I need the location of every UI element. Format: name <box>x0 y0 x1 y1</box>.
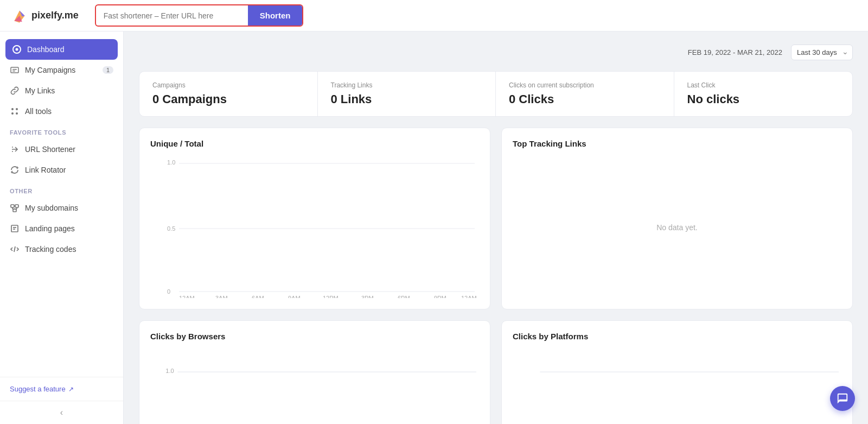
svg-rect-15 <box>15 205 18 207</box>
tracking-codes-label: Tracking codes <box>25 245 76 254</box>
charts-row-2: Clicks by Browsers 1.0 0.5 Clicks by Pla… <box>139 320 853 424</box>
main-content: FEB 19, 2022 - MAR 21, 2022 Last 30 days… <box>124 31 868 424</box>
top-tracking-links: Top Tracking Links No data yet. <box>501 128 853 309</box>
svg-rect-7 <box>12 71 15 72</box>
sidebar-item-all-tools[interactable]: All tools <box>0 101 123 122</box>
svg-text:0.5: 0.5 <box>167 225 175 232</box>
url-shortener-bar: Shorten <box>95 4 304 27</box>
sidebar-item-dashboard[interactable]: Dashboard <box>5 39 118 60</box>
svg-text:12AM: 12AM <box>179 295 195 298</box>
svg-line-23 <box>14 246 15 252</box>
date-select-wrapper: Last 30 days Last 7 days Last 90 days Cu… <box>791 45 853 60</box>
stat-clicks-value: 0 Clicks <box>509 92 661 106</box>
link-rotator-label: Link Rotator <box>25 166 66 174</box>
svg-text:12AM: 12AM <box>461 295 477 298</box>
stats-row: Campaigns 0 Campaigns Tracking Links 0 L… <box>139 71 853 117</box>
content-header: FEB 19, 2022 - MAR 21, 2022 Last 30 days… <box>139 45 853 60</box>
stat-links-value: 0 Links <box>331 92 483 106</box>
svg-point-8 <box>11 108 14 110</box>
platforms-title: Clicks by Platforms <box>513 332 841 341</box>
dashboard-icon <box>12 45 22 54</box>
svg-point-4 <box>16 48 18 51</box>
svg-text:12PM: 12PM <box>323 295 339 298</box>
sidebar-item-links[interactable]: My Links <box>0 80 123 101</box>
top-links-no-data: No data yet. <box>513 157 841 298</box>
subdomains-label: My subdomains <box>25 204 78 212</box>
stat-campaigns-label: Campaigns <box>152 81 304 89</box>
svg-text:3AM: 3AM <box>215 295 228 298</box>
landing-pages-label: Landing pages <box>25 224 75 233</box>
logo-text: pixelfy.me <box>31 10 79 21</box>
sidebar: Dashboard My Campaigns 1 My Links <box>0 31 124 424</box>
stat-last-click-value: No clicks <box>687 92 840 106</box>
landing-pages-icon <box>10 224 20 233</box>
unique-total-chart-area: 1.0 0.5 0 12AM 3AM 6AM 9AM 12PM 3PM <box>150 157 479 298</box>
stat-campaigns-value: 0 Campaigns <box>152 92 304 106</box>
sidebar-item-landing-pages[interactable]: Landing pages <box>0 218 123 239</box>
browsers-chart: Clicks by Browsers 1.0 0.5 <box>139 320 490 424</box>
unique-total-title: Unique / Total <box>150 139 479 148</box>
links-label: My Links <box>25 86 55 95</box>
sidebar-item-campaigns[interactable]: My Campaigns 1 <box>0 60 123 80</box>
top-links-title: Top Tracking Links <box>513 139 841 148</box>
campaigns-label: My Campaigns <box>25 66 75 74</box>
svg-text:3PM: 3PM <box>361 295 374 298</box>
other-section: OTHER <box>0 180 123 198</box>
svg-text:1.0: 1.0 <box>167 159 175 166</box>
all-tools-label: All tools <box>25 107 52 116</box>
subdomains-icon <box>10 203 20 213</box>
svg-point-11 <box>16 112 18 115</box>
suggest-feature-link[interactable]: Suggest a feature ↗ <box>10 385 113 393</box>
svg-point-9 <box>16 108 18 110</box>
collapse-icon: ‹ <box>60 408 63 417</box>
svg-text:0: 0 <box>167 288 170 295</box>
svg-text:9AM: 9AM <box>288 295 301 298</box>
stat-last-click: Last Click No clicks <box>674 72 853 116</box>
stat-clicks: Clicks on current subscription 0 Clicks <box>496 72 674 116</box>
svg-point-10 <box>11 112 14 115</box>
url-shortener-icon <box>10 144 20 154</box>
charts-row-1: Unique / Total 1.0 0.5 0 12AM 3AM <box>139 128 853 309</box>
favorite-tools-section: FAVORITE TOOLS <box>0 122 123 139</box>
main-layout: Dashboard My Campaigns 1 My Links <box>0 31 868 424</box>
svg-rect-14 <box>11 205 14 207</box>
chat-button[interactable] <box>830 386 855 411</box>
campaigns-badge: 1 <box>103 66 113 74</box>
url-input[interactable] <box>96 7 248 24</box>
stat-links-label: Tracking Links <box>331 81 483 89</box>
svg-rect-20 <box>11 225 18 232</box>
sidebar-item-url-shortener[interactable]: URL Shortener <box>0 139 123 160</box>
date-range-select[interactable]: Last 30 days Last 7 days Last 90 days Cu… <box>791 45 853 60</box>
platforms-chart: Clicks by Platforms <box>501 320 853 424</box>
external-link-icon: ↗ <box>68 385 74 393</box>
svg-text:1.0: 1.0 <box>165 368 174 374</box>
unique-total-chart: Unique / Total 1.0 0.5 0 12AM 3AM <box>139 128 490 309</box>
link-rotator-icon <box>10 165 20 175</box>
browsers-title: Clicks by Browsers <box>150 332 479 341</box>
svg-text:6AM: 6AM <box>252 295 264 298</box>
tracking-codes-icon <box>10 244 20 254</box>
svg-rect-5 <box>11 67 18 73</box>
shorten-button[interactable]: Shorten <box>248 5 303 26</box>
stat-campaigns: Campaigns 0 Campaigns <box>139 72 318 116</box>
svg-text:6PM: 6PM <box>398 295 410 298</box>
all-tools-icon <box>10 106 20 116</box>
links-icon <box>10 86 20 96</box>
svg-rect-6 <box>12 69 17 70</box>
suggest-feature-label: Suggest a feature <box>10 385 66 393</box>
logo: pixelfy.me <box>11 7 79 24</box>
sidebar-item-tracking-codes[interactable]: Tracking codes <box>0 239 123 260</box>
stat-clicks-label: Clicks on current subscription <box>509 81 661 89</box>
svg-text:9PM: 9PM <box>434 295 446 298</box>
sidebar-item-link-rotator[interactable]: Link Rotator <box>0 160 123 180</box>
stat-links: Tracking Links 0 Links <box>318 72 496 116</box>
topbar: pixelfy.me Shorten <box>0 0 868 31</box>
sidebar-item-subdomains[interactable]: My subdomains <box>0 198 123 218</box>
url-shortener-label: URL Shortener <box>25 145 75 154</box>
platforms-chart-area <box>513 350 841 424</box>
stat-last-click-label: Last Click <box>687 81 840 89</box>
browsers-chart-area: 1.0 0.5 <box>150 350 479 424</box>
sidebar-footer: Suggest a feature ↗ <box>0 377 123 401</box>
dashboard-label: Dashboard <box>27 45 65 54</box>
sidebar-collapse-button[interactable]: ‹ <box>0 401 123 424</box>
